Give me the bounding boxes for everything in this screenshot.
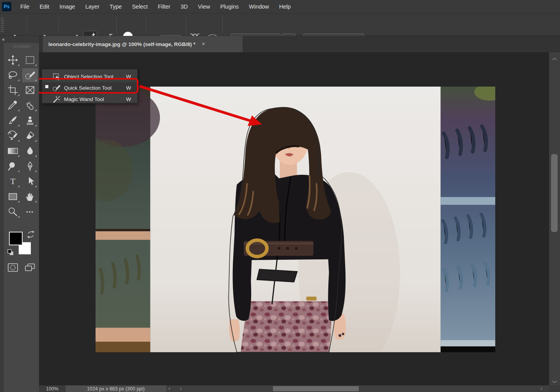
separator	[222, 17, 223, 33]
status-bar: 100% 1024 px x 683 px (300 ppi) › ‹ ›	[39, 385, 560, 392]
scroll-up-icon[interactable]	[552, 55, 557, 59]
crop-tool[interactable]	[5, 83, 21, 97]
canvas-area[interactable]: Object Selection Tool W Quick Selection …	[39, 52, 549, 385]
quick-mask-mode-button[interactable]	[5, 261, 21, 275]
menu-3d[interactable]: 3D	[175, 0, 193, 13]
eraser-tool[interactable]	[22, 129, 38, 143]
menu-view[interactable]: View	[193, 0, 215, 13]
rectangular-marquee-tool[interactable]	[22, 53, 38, 67]
separator	[186, 17, 186, 33]
options-grip	[1, 18, 4, 32]
toolbar: T •••	[4, 43, 39, 392]
menu-filter[interactable]: Filter	[153, 0, 175, 13]
separator	[27, 17, 27, 33]
menu-edit[interactable]: Edit	[34, 0, 54, 13]
photo-document[interactable]	[96, 87, 495, 352]
tools-panel: «	[0, 36, 39, 392]
menu-window[interactable]: Window	[244, 0, 274, 13]
scroll-right-icon[interactable]: ›	[541, 385, 542, 392]
status-expand-chevron[interactable]: ›	[168, 385, 170, 392]
eyedropper-tool[interactable]	[5, 98, 21, 112]
screen-mode-button[interactable]	[22, 261, 38, 275]
vertical-scroll-thumb[interactable]	[551, 154, 558, 232]
vertical-scrollbar[interactable]	[549, 52, 560, 385]
brush-tool[interactable]	[5, 114, 21, 128]
menu-image[interactable]: Image	[54, 0, 80, 13]
photoshop-window: Ps File Edit Image Layer Type Select Fil…	[0, 0, 560, 392]
collapse-panel-button[interactable]: «	[2, 36, 5, 42]
menu-type[interactable]: Type	[105, 0, 127, 13]
document-dimensions: 1024 px x 683 px (300 ppi)	[66, 385, 166, 392]
menu-plugins[interactable]: Plugins	[215, 0, 244, 13]
hand-tool[interactable]	[22, 190, 38, 204]
menu-layer[interactable]: Layer	[80, 0, 105, 13]
menu-bar: Ps File Edit Image Layer Type Select Fil…	[0, 0, 560, 13]
menu-file[interactable]: File	[15, 0, 34, 13]
path-selection-tool[interactable]	[22, 174, 38, 188]
dodge-tool[interactable]	[5, 159, 21, 173]
photoshop-logo-icon: Ps	[2, 2, 11, 11]
separator	[58, 17, 59, 33]
document-tab-bar: leonardo-celebrity-image.jpg @ 100% (sel…	[39, 36, 560, 52]
spot-healing-brush-tool[interactable]	[22, 98, 38, 112]
foreground-color-swatch[interactable]	[9, 232, 23, 245]
zoom-level[interactable]: 100%	[39, 385, 66, 392]
separator	[116, 17, 117, 33]
document-tab[interactable]: leonardo-celebrity-image.jpg @ 100% (sel…	[43, 36, 243, 52]
menu-select[interactable]: Select	[127, 0, 152, 13]
clone-stamp-tool[interactable]	[22, 114, 38, 128]
scroll-down-icon[interactable]	[552, 378, 557, 382]
history-brush-tool[interactable]	[5, 129, 21, 143]
lasso-tool[interactable]	[5, 68, 21, 82]
scroll-left-icon[interactable]: ‹	[180, 385, 182, 392]
annotation-highlight	[39, 78, 138, 94]
flyout-magic-wand-tool[interactable]: Magic Wand Tool W	[42, 94, 137, 105]
document-title: leonardo-celebrity-image.jpg @ 100% (sel…	[43, 41, 195, 47]
frame-tool[interactable]	[22, 83, 38, 97]
separator	[146, 17, 146, 33]
default-colors-icon[interactable]	[7, 249, 15, 258]
type-tool[interactable]: T	[5, 174, 21, 188]
rectangle-tool[interactable]	[5, 190, 21, 204]
swap-colors-icon[interactable]	[27, 230, 35, 240]
horizontal-scroll-thumb[interactable]	[273, 386, 359, 391]
menu-help[interactable]: Help	[274, 0, 296, 13]
blur-tool[interactable]	[22, 144, 38, 158]
tab-close-icon[interactable]: ×	[202, 41, 205, 48]
pen-tool[interactable]	[22, 159, 38, 173]
toolbar-grip[interactable]	[13, 45, 30, 48]
options-bar: 30 Select Subject	[0, 13, 560, 36]
gradient-tool[interactable]	[5, 144, 21, 158]
more-tools-button[interactable]: •••	[22, 205, 38, 219]
move-tool[interactable]	[5, 53, 21, 67]
zoom-tool[interactable]	[5, 205, 21, 219]
quick-selection-tool[interactable]	[22, 68, 38, 82]
statusbar-corner	[549, 385, 560, 392]
magic-wand-tool-icon	[52, 96, 61, 103]
